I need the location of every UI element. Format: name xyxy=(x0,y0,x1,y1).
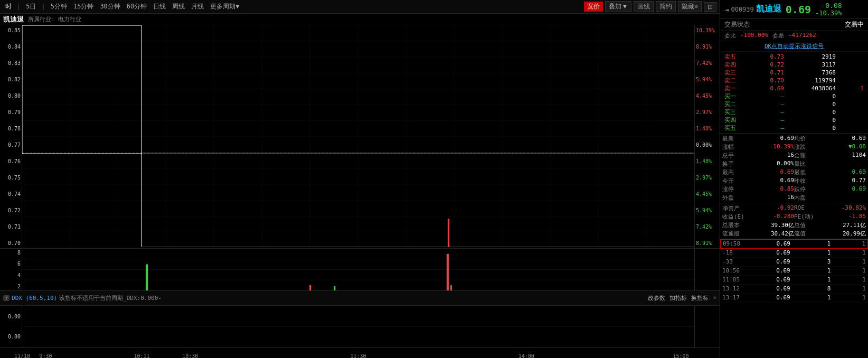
time-axis: 11/10 9:30 10:11 10:30 11:30 14:00 15:00 xyxy=(0,347,720,358)
sg-dieting-label: 跌停 xyxy=(794,185,830,193)
right-stock-name: 凯迪退 xyxy=(756,4,781,15)
financials-grid: 净资产 -0.92 ROE -30.82% 收益(E) -0.280 PE(动)… xyxy=(720,203,868,239)
trade-status-row: 交易状态 交易中 xyxy=(720,19,868,31)
sg-zuidi-val: 0.69 xyxy=(830,168,866,176)
time-label-1030: 10:30 xyxy=(182,353,198,359)
right-change-block: -0.08 -10.39% xyxy=(815,2,842,17)
ddx-desc: 该指标不适用于当前周期_DDX:0.000- xyxy=(59,294,162,302)
ob-sell3: 卖三 0.71 7368 xyxy=(724,69,864,77)
trade-status-label: 交易状态 xyxy=(724,20,750,29)
toolbar-15min[interactable]: 15分钟 xyxy=(71,2,96,12)
ddx-gaicanshu[interactable]: 改参数 xyxy=(648,294,665,302)
trade-list: 09:58 0.69 1 1 -18 0.69 1 1 -33 0.69 3 1… xyxy=(720,239,868,358)
toolbar-monthly[interactable]: 月线 xyxy=(189,2,206,12)
trade-list-row: 10:56 0.69 1 1 xyxy=(720,267,868,276)
ddx-indicator-bar: ? DDX (60,5,10) 该指标不适用于当前周期_DDX:0.000- 改… xyxy=(0,290,720,305)
price-left-axis: 0.85 0.84 0.83 0.82 0.80 0.79 0.78 0.77 … xyxy=(0,25,22,248)
lower-left-axis: 0.00 0.00 xyxy=(0,306,22,347)
sg-zhongshou-label: 总手 xyxy=(722,152,758,159)
toolbar: 时 | 5日 | 5分钟 15分钟 30分钟 60分钟 日线 周线 月线 更多周… xyxy=(0,0,720,14)
sg-jinkong-val: 0.69 xyxy=(758,177,794,185)
right-panel: ◄ 000939 凯迪退 0.69 -0.08 -10.39% 交易状态 交易中… xyxy=(720,0,868,358)
sg-jinee-label: 金额 xyxy=(794,152,830,159)
sg-zhangtting-val: 0.85 xyxy=(758,185,794,193)
nav-arrow-left[interactable]: ◄ xyxy=(724,5,729,14)
price-right-axis: 10.39% 8.91% 7.42% 5.94% 4.45% 2.97% 1.4… xyxy=(694,25,720,248)
comm-cha-value: -4171262 xyxy=(788,32,816,40)
toolbar-right: 宽价 叠加▼ 画线 简约 隐藏» ⊡ xyxy=(584,1,716,12)
toolbar-weekly[interactable]: 周线 xyxy=(170,2,187,12)
toolbar-more[interactable]: 更多周期▼ xyxy=(208,2,241,12)
ddx-close-button[interactable]: ✕ xyxy=(713,294,716,302)
sg-zuixin-label: 最新 xyxy=(722,135,758,143)
sg-zhongshou-val: 16 xyxy=(758,152,794,159)
commission-row: 委比 -100.00% 委差 -4171262 xyxy=(720,31,868,41)
stock-industry-label: 所属行业: 电力行业 xyxy=(28,15,81,23)
price-chart-svg-area[interactable] xyxy=(22,25,694,248)
svg-rect-19 xyxy=(450,285,452,290)
yincang-button[interactable]: 隐藏» xyxy=(678,1,702,12)
expand-button[interactable]: ⊡ xyxy=(704,2,716,12)
vol-left-axis: 8 6 4 2 xyxy=(0,249,22,290)
fg-pe-label: PE(动) xyxy=(794,213,830,221)
fg-zongguben-val: 39.30亿 xyxy=(758,221,794,229)
time-label-930: 9:30 xyxy=(40,353,52,359)
trade-status-value: 交易中 xyxy=(845,20,864,29)
sg-huanshou-val: 0.00% xyxy=(758,160,794,168)
fg-shouyie-val: -0.280 xyxy=(758,213,794,221)
right-current-price: 0.69 xyxy=(786,3,811,16)
time-label-1130: 11:30 xyxy=(350,353,366,359)
sg-liangbi-label: 量比 xyxy=(794,160,830,168)
right-stock-code: 000939 xyxy=(731,6,753,13)
diejia-button[interactable]: 叠加▼ xyxy=(605,1,631,12)
fg-liutong-val: 30.42亿 xyxy=(758,230,794,238)
fg-zongzhi-val: 27.11亿 xyxy=(830,221,866,229)
time-label-1400: 14:00 xyxy=(518,353,534,359)
order-book: 卖五 0.73 2919 卖四 0.72 3117 卖三 0.71 7368 卖… xyxy=(720,52,868,134)
time-label-1500: 15:00 xyxy=(673,353,688,359)
kuanjia-button[interactable]: 宽价 xyxy=(584,2,603,12)
right-panel-header: ◄ 000939 凯迪退 0.69 -0.08 -10.39% xyxy=(720,0,868,19)
fg-jingzichan-val: -0.92 xyxy=(758,204,794,212)
ddx-question[interactable]: ? xyxy=(3,295,10,301)
toolbar-60min[interactable]: 60分钟 xyxy=(125,2,149,12)
vol-right-axis xyxy=(694,249,720,290)
sg-neipan-label: 内盘 xyxy=(794,194,830,202)
lower-svg-area[interactable] xyxy=(22,306,694,347)
vol-svg-area[interactable] xyxy=(22,249,694,290)
sg-zuigao-label: 最高 xyxy=(722,168,758,176)
fg-roe-label: ROE xyxy=(794,204,830,212)
jianyue-button[interactable]: 简约 xyxy=(656,1,676,12)
trade-list-row: 11:05 0.69 1 1 xyxy=(720,276,868,285)
toolbar-30min[interactable]: 30分钟 xyxy=(98,2,122,12)
fg-roe-val: -30.82% xyxy=(830,204,866,212)
ob-buy4: 买四 — 0 xyxy=(724,116,864,124)
ddx-huanzhibiao[interactable]: 换指标 xyxy=(691,294,709,302)
huaxian-button[interactable]: 画线 xyxy=(634,1,654,12)
toolbar-time[interactable]: 时 xyxy=(3,2,14,12)
trade-list-row: -18 0.69 1 1 xyxy=(720,249,868,258)
ob-sell1: 卖一 0.69 4038064 -1 xyxy=(724,84,864,92)
fg-zongguben-label: 总股本 xyxy=(722,221,758,229)
svg-rect-10 xyxy=(448,219,449,247)
toolbar-daily[interactable]: 日线 xyxy=(151,2,168,12)
svg-rect-17 xyxy=(334,286,335,290)
ob-buy5: 买五 — 0 xyxy=(724,124,864,132)
trade-list-row: 09:58 0.69 1 1 xyxy=(720,239,868,249)
stock-name-bar: 凯迪退 所属行业: 电力行业 xyxy=(0,14,720,25)
sg-waipan-val: 16 xyxy=(758,194,794,202)
sg-junjia-val: 0.69 xyxy=(830,135,866,143)
toolbar-5min[interactable]: 5分钟 xyxy=(49,2,69,12)
ddx-jiazhibiao[interactable]: 加指标 xyxy=(669,294,687,302)
sg-neipan-val xyxy=(830,194,866,202)
volume-chart: 8 6 4 2 xyxy=(0,248,720,290)
ob-buy2: 买二 — 0 xyxy=(724,100,864,108)
sg-dieting-val: 0.69 xyxy=(830,185,866,193)
sg-zhangdie-val: ▼0.08 xyxy=(830,143,866,151)
fg-zongzhi-label: 总值 xyxy=(794,221,830,229)
dk-link[interactable]: DK点自动提示涨跌信号 xyxy=(765,43,824,50)
toolbar-5day[interactable]: 5日 xyxy=(24,2,38,12)
sg-waipan-label: 外盘 xyxy=(722,194,758,202)
sg-zuigao-val: 0.69 xyxy=(758,168,794,176)
fg-liutong-label: 流通股 xyxy=(722,230,758,238)
